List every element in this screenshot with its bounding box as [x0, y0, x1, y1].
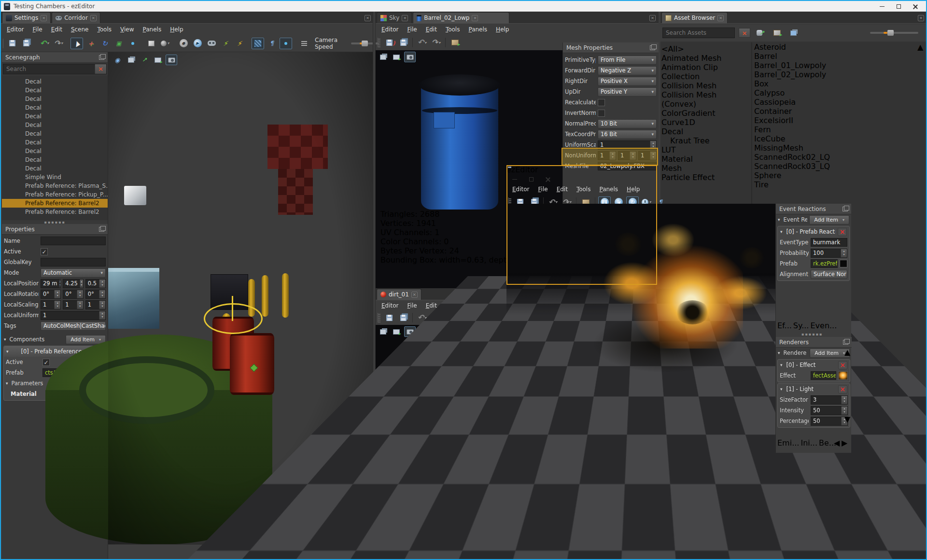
redo-button[interactable]: ▾ [430, 37, 442, 48]
renderers-scrollbar[interactable]: ▲ ▼ [844, 348, 851, 433]
menu-item-view[interactable]: View [116, 25, 138, 34]
reload-resources-button[interactable] [219, 38, 232, 49]
asset-type-material[interactable]: Material [661, 154, 751, 164]
pane-close-icon[interactable] [365, 15, 371, 21]
slider-knob[interactable] [362, 41, 368, 46]
dropdown[interactable]: Positive X [598, 77, 657, 86]
tab-settings[interactable]: Settings [2, 12, 51, 23]
camera-button[interactable] [166, 55, 177, 65]
asset-type-curve1d[interactable]: Curve1D [661, 118, 751, 127]
spinner[interactable]: 0° [41, 290, 61, 299]
simulate-button[interactable] [205, 38, 218, 49]
redo-button[interactable]: ▾ [52, 38, 65, 49]
close-button[interactable] [907, 1, 923, 11]
asset-type-animation-clip[interactable]: Animation Clip [661, 63, 751, 72]
list-view-button[interactable] [787, 27, 800, 39]
slider-knob[interactable] [887, 30, 894, 36]
menu-item-editor[interactable]: Editor [3, 25, 28, 34]
floating-editor-window[interactable]: ezEditor EditorFileEditToolsPanelsHelp ▾… [506, 165, 851, 453]
dropdown[interactable]: Positive Y [598, 87, 657, 97]
active-checkbox[interactable] [42, 359, 50, 366]
spinner-arrows[interactable] [54, 301, 60, 309]
asset-card[interactable]: ScannedRock02_LQ [754, 153, 918, 162]
menu-item-help[interactable]: Help [166, 25, 187, 34]
tab-close-icon[interactable] [90, 15, 97, 21]
asset-search-input[interactable] [663, 29, 741, 36]
tab-close-icon[interactable] [402, 15, 408, 21]
delete-group-button[interactable] [838, 228, 847, 236]
add-renderer-button[interactable]: Add Item [810, 349, 850, 358]
text-field[interactable]: rk.ezPrefab [811, 259, 838, 268]
dropdown[interactable]: Surface Nor [811, 270, 847, 279]
menu-item-editor[interactable]: Editor [378, 25, 403, 34]
save-button[interactable] [383, 312, 395, 323]
rotate-tool-button[interactable] [98, 38, 111, 49]
selection-gizmo-ring[interactable] [204, 303, 263, 334]
text-field[interactable]: burnmark [811, 238, 847, 247]
asset-search-clear-button[interactable] [739, 28, 750, 38]
export-asset-button[interactable] [449, 37, 461, 48]
asset-type-lut[interactable]: LUT [661, 145, 751, 154]
asset-card[interactable]: IceCube [754, 134, 918, 143]
minimize-button[interactable] [874, 1, 890, 11]
tabs-scroll-left[interactable]: ◀ [834, 438, 840, 448]
save-button[interactable] [6, 38, 18, 49]
collapse-icon[interactable] [780, 387, 783, 392]
checkbox[interactable] [598, 110, 605, 117]
screenshot-button[interactable] [391, 326, 402, 337]
checkbox[interactable] [598, 99, 605, 106]
spinner[interactable]: 3 [811, 395, 848, 405]
tab-close-icon[interactable] [717, 15, 724, 21]
camera-preview-button[interactable] [112, 55, 123, 65]
asset-type-kraut-tree[interactable]: Kraut Tree [661, 136, 751, 145]
screenshot-button[interactable] [391, 52, 402, 62]
renderers-panel-tab[interactable]: Emi... [777, 438, 799, 448]
tab-asset-browser[interactable]: Asset Browser [661, 12, 728, 23]
collapse-icon[interactable] [780, 229, 783, 234]
spinner[interactable]: 1 [41, 300, 61, 309]
event-panel-tab[interactable]: Sy... [793, 321, 809, 330]
spinner-arrows[interactable] [59, 280, 61, 288]
save-button[interactable] [383, 37, 395, 48]
asset-type-collision-mesh[interactable]: Collision Mesh [661, 81, 751, 90]
asset-card[interactable]: Container [754, 107, 918, 116]
reload-engine-button[interactable] [233, 38, 246, 49]
asset-type-decal[interactable]: Decal [661, 127, 751, 136]
collapse-icon[interactable] [6, 349, 9, 354]
asset-type-collection[interactable]: Collection [661, 72, 751, 81]
dropdown[interactable]: 10 Bit [598, 119, 657, 128]
asset-card[interactable]: MissingMesh [754, 143, 918, 153]
save-all-button[interactable] [397, 37, 409, 48]
undo-button[interactable]: ▾ [416, 37, 428, 48]
renderers-panel-tab[interactable]: Ini... [801, 438, 817, 448]
scroll-down-arrow[interactable]: ▼ [844, 415, 851, 424]
spinner[interactable]: 29 m [41, 279, 61, 288]
transform-all-button[interactable] [754, 27, 767, 39]
toolbar-grip[interactable] [3, 39, 3, 48]
undo-button[interactable]: ▾ [38, 38, 51, 49]
dropdown[interactable]: From File [598, 56, 657, 65]
menu-item-edit[interactable]: Edit [47, 25, 66, 34]
tab-corridor[interactable]: Corridor [52, 12, 100, 23]
event-panel-tab[interactable]: Ef... [777, 321, 792, 330]
render-mode-button[interactable] [252, 38, 264, 49]
dot-toggle-button[interactable] [280, 38, 292, 49]
maximize-button[interactable] [890, 1, 907, 11]
menu-item-file[interactable]: File [404, 25, 421, 34]
asset-card[interactable]: Asteroid [754, 42, 918, 52]
dropdown[interactable]: Negative Z [598, 66, 657, 75]
scroll-up-arrow[interactable]: ▲ [917, 42, 926, 52]
asset-card[interactable]: Calypso [754, 88, 918, 98]
collapse-icon[interactable] [6, 381, 8, 386]
collapse-icon[interactable] [780, 363, 783, 367]
expand-button[interactable] [139, 55, 150, 65]
play-record-button[interactable]: ● [177, 38, 190, 49]
drag-to-position-button[interactable] [126, 38, 139, 49]
pilcrow-toggle-button[interactable] [266, 38, 278, 49]
layers-button[interactable] [125, 55, 137, 65]
toolbar-grip[interactable] [378, 313, 380, 322]
float-panel-icon[interactable] [843, 340, 848, 345]
color-swatch[interactable] [840, 260, 847, 267]
thumbnail-size-slider[interactable] [870, 32, 918, 34]
menu-item-editor[interactable]: Editor [378, 301, 403, 310]
